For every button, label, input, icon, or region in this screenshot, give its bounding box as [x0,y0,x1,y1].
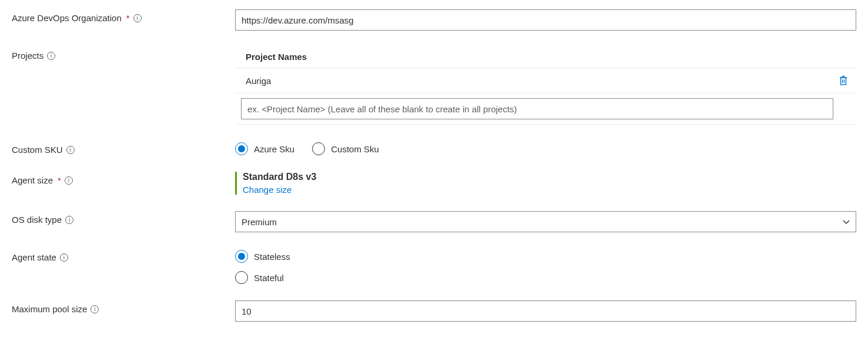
info-icon[interactable]: i [65,216,73,224]
agent-state-label: Agent state [12,252,56,262]
agent-size-value: Standard D8s v3 [243,172,856,182]
info-icon[interactable]: i [60,253,68,262]
org-input[interactable] [235,9,856,31]
sku-azure-radio[interactable]: Azure Sku [235,142,294,155]
state-stateful-radio[interactable]: Stateful [235,271,856,284]
sku-custom-label: Custom Sku [331,144,379,154]
state-stateless-label: Stateless [254,252,290,262]
state-stateful-label: Stateful [254,273,284,283]
radio-icon [235,250,248,263]
required-marker: * [58,175,61,185]
change-size-link[interactable]: Change size [243,185,291,195]
project-row: Auriga [235,68,856,93]
sku-azure-label: Azure Sku [254,144,294,154]
trash-icon [839,75,848,86]
required-marker: * [126,13,130,23]
os-disk-value: Premium [242,217,277,227]
svg-rect-0 [841,78,846,85]
max-pool-input[interactable] [235,300,856,322]
project-name: Auriga [246,76,836,86]
os-disk-select[interactable]: Premium [235,211,856,232]
info-icon[interactable]: i [47,52,55,60]
org-label: Azure DevOps Organization [12,13,122,23]
info-icon[interactable]: i [65,176,73,185]
os-disk-label: OS disk type [12,215,62,225]
custom-sku-label: Custom SKU [12,145,63,155]
sku-custom-radio[interactable]: Custom Sku [312,142,379,155]
radio-icon [235,142,248,155]
info-icon[interactable]: i [91,305,99,313]
agent-size-label: Agent size [12,175,53,185]
project-add-input[interactable] [241,98,833,119]
projects-label: Projects [12,51,43,61]
max-pool-label: Maximum pool size [12,304,87,314]
info-icon[interactable]: i [66,146,75,154]
projects-header: Project Names [235,47,856,68]
info-icon[interactable]: i [133,14,142,22]
state-stateless-radio[interactable]: Stateless [235,250,856,263]
delete-project-button[interactable] [836,73,850,88]
radio-icon [312,142,325,155]
radio-icon [235,271,248,284]
